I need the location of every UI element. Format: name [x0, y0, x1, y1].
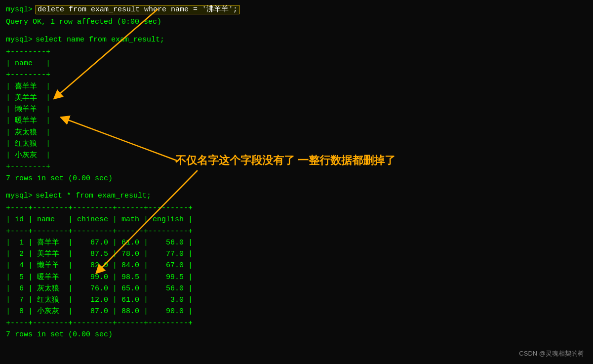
select-star-text: select * from exam_result; [36, 190, 151, 202]
select-star-cmd: mysql> select * from exam_result; [6, 190, 587, 202]
delete-command-highlight: delete from exam_result where name = '沸羊… [36, 5, 239, 14]
row-count-2: 7 rows in set (0.00 sec) [6, 329, 587, 340]
annotation-text: 不仅名字这个字段没有了 一整行数据都删掉了 [175, 153, 395, 168]
full-table: +----+--------+---------+------+--------… [6, 202, 587, 329]
csdn-label: CSDN @灵魂相契的树 [519, 349, 584, 358]
query-ok-line: Query OK, 1 row affected (0:00 sec) [6, 16, 587, 28]
select-name-text: select name from exam_result; [36, 34, 164, 45]
select-name-cmd: mysql> select name from exam_result; [6, 34, 587, 45]
delete-command-line: mysql> delete from exam_result where nam… [6, 4, 587, 15]
prompt-1: mysql> [6, 4, 33, 15]
row-count-1: 7 rows in set (0.00 sec) [6, 173, 587, 184]
prompt-3: mysql> [6, 190, 33, 202]
terminal: mysql> delete from exam_result where nam… [0, 0, 593, 345]
prompt-2: mysql> [6, 34, 33, 45]
